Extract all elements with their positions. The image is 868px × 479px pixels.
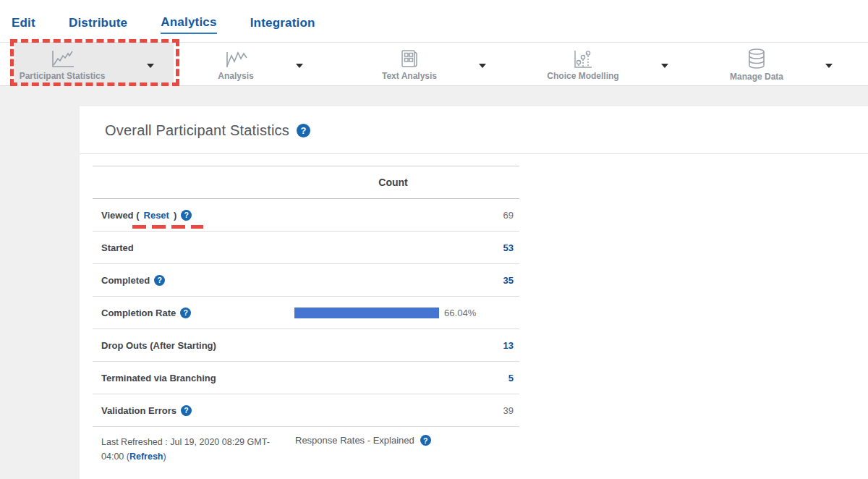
row-value: 69: [492, 210, 514, 221]
top-nav: Edit Distribute Analytics Integration: [0, 0, 868, 43]
nav-item-integration[interactable]: Integration: [250, 16, 315, 33]
completion-rate-value: 66.04%: [444, 308, 476, 318]
table-row-validation-errors: Validation Errors 39: [93, 394, 519, 427]
table-row-completion-rate: Completion Rate 66.04%: [93, 297, 519, 329]
table-row-terminated: Terminated via Branching 5: [93, 362, 519, 394]
toolbar-item-label: Text Analysis: [382, 71, 437, 81]
nav-item-edit[interactable]: Edit: [12, 16, 35, 33]
dotted-chart-icon: [570, 48, 596, 69]
header-divider: [80, 153, 868, 154]
chevron-down-icon[interactable]: [661, 64, 668, 68]
table-row-completed: Completed 35: [93, 264, 519, 297]
toolbar-item-label: Analysis: [218, 71, 253, 81]
paren-close: ): [163, 452, 166, 462]
row-label: Completion Rate: [101, 308, 176, 318]
row-value[interactable]: 53: [492, 242, 514, 253]
line-chart-icon: [49, 48, 75, 69]
row-label: Viewed (: [101, 210, 140, 221]
annotation-dashed-underline: [132, 225, 203, 229]
count-column-header: Count: [294, 177, 492, 188]
toolbar-item-label: Manage Data: [730, 72, 783, 82]
reset-link[interactable]: Reset: [144, 210, 169, 221]
row-label: Started: [101, 242, 134, 253]
toolbar-item-manage-data[interactable]: Manage Data: [694, 43, 868, 86]
newspaper-icon: [396, 48, 422, 69]
row-label: Drop Outs (After Starting): [101, 340, 216, 351]
database-icon: [744, 48, 770, 69]
card-header: Overall Participant Statistics: [80, 106, 868, 139]
analytics-toolbar: Participant Statistics Analysis: [0, 43, 868, 86]
toolbar-item-label: Choice Modelling: [547, 71, 618, 81]
nav-item-distribute[interactable]: Distribute: [69, 16, 127, 33]
row-label: Validation Errors: [101, 405, 176, 416]
last-refreshed-text: Last Refreshed : Jul 19, 2020 08:29: [101, 437, 244, 447]
help-icon[interactable]: [180, 308, 191, 318]
statistics-card: Overall Participant Statistics Count Vie…: [80, 106, 868, 479]
row-value[interactable]: 13: [492, 340, 514, 351]
page-content: Overall Participant Statistics Count Vie…: [0, 86, 868, 479]
last-refreshed: Last Refreshed : Jul 19, 2020 08:29 GMT-…: [101, 435, 286, 464]
zigzag-chart-icon: [223, 48, 249, 69]
row-label-suffix: ): [174, 210, 176, 221]
completion-rate-bar: 66.04%: [294, 308, 514, 318]
help-icon[interactable]: [181, 405, 192, 416]
toolbar-item-label: Participant Statistics: [20, 71, 106, 81]
chevron-down-icon[interactable]: [825, 64, 833, 68]
row-value[interactable]: 35: [492, 275, 514, 286]
table-row-viewed: Viewed ( Reset ) 69: [93, 199, 519, 232]
completion-rate-bar-fill: [294, 308, 439, 318]
table-row-drop-outs: Drop Outs (After Starting) 13: [93, 329, 519, 362]
chevron-down-icon[interactable]: [479, 64, 486, 68]
row-value[interactable]: 5: [492, 373, 514, 383]
response-rates-explained: Response Rates - Explained: [295, 435, 431, 446]
toolbar-item-text-analysis[interactable]: Text Analysis: [347, 43, 521, 86]
row-label: Completed: [101, 275, 150, 286]
chevron-down-icon[interactable]: [147, 64, 154, 68]
page-title: Overall Participant Statistics: [105, 122, 289, 139]
chevron-down-icon[interactable]: [296, 64, 303, 68]
nav-item-analytics[interactable]: Analytics: [161, 15, 216, 34]
table-row-started: Started 53: [93, 232, 519, 264]
response-rates-label: Response Rates - Explained: [295, 435, 414, 446]
help-icon[interactable]: [181, 210, 192, 221]
toolbar-item-choice-modelling[interactable]: Choice Modelling: [521, 43, 694, 86]
table-footer: Last Refreshed : Jul 19, 2020 08:29 GMT-…: [93, 427, 519, 464]
help-icon[interactable]: [420, 435, 431, 446]
toolbar-item-participant-statistics[interactable]: Participant Statistics: [0, 43, 174, 86]
refresh-link[interactable]: Refresh: [129, 452, 163, 462]
participant-statistics-table: Count Viewed ( Reset ) 69 Started 53: [93, 166, 519, 427]
help-icon[interactable]: [297, 124, 310, 137]
help-icon[interactable]: [154, 275, 165, 286]
toolbar-item-analysis[interactable]: Analysis: [174, 43, 347, 86]
row-value: 39: [492, 405, 514, 416]
table-header-row: Count: [93, 166, 519, 199]
row-label: Terminated via Branching: [101, 373, 216, 383]
